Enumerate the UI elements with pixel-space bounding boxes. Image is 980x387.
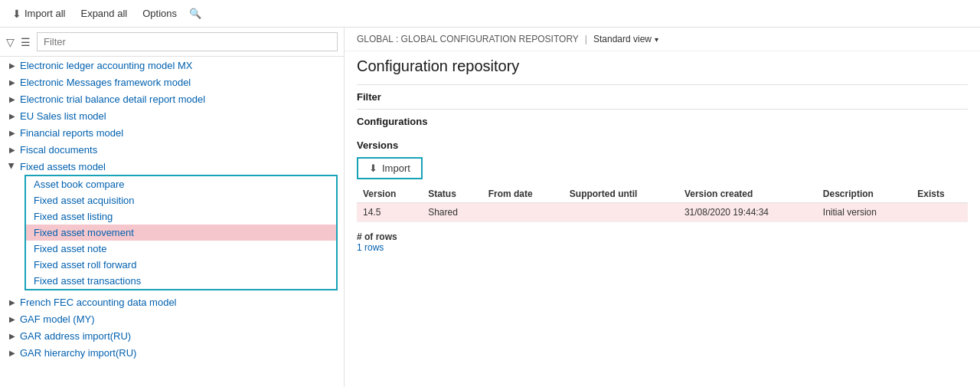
sidebar-item-fixed-asset-acquisition[interactable]: Fixed asset acquisition (26, 192, 336, 208)
filter-input[interactable] (37, 32, 338, 51)
sidebar-item-label: Fixed asset movement (32, 227, 134, 238)
cell-supported-until (564, 203, 678, 222)
chevron-icon: ▶ (6, 346, 18, 359)
sidebar-item-fiscal-documents[interactable]: ▶ Fiscal documents (0, 141, 344, 158)
sidebar-item-fixed-asset-movement[interactable]: Fixed asset movement (26, 225, 336, 241)
toolbar: ⬇ Import all Expand all Options 🔍 (0, 0, 980, 28)
sidebar-item-electronic-messages[interactable]: ▶ Electronic Messages framework model (0, 74, 344, 90)
chevron-icon: ▶ (6, 160, 18, 172)
chevron-icon: ▶ (6, 76, 18, 88)
cell-description: Initial version (817, 203, 911, 222)
sidebar-item-label: French FEC accounting data model (18, 297, 177, 308)
sidebar-item-electronic-trial[interactable]: ▶ Electronic trial balance detail report… (0, 90, 344, 107)
sidebar-item-fixed-asset-roll-forward[interactable]: Fixed asset roll forward (26, 257, 336, 273)
sidebar-item-gar-hierarchy[interactable]: ▶ GAR hierarchy import(RU) (0, 344, 344, 361)
versions-header: Versions (357, 133, 968, 157)
col-from-date: From date (482, 185, 564, 203)
chevron-icon: ▶ (6, 296, 18, 308)
view-label: Standard view (593, 34, 652, 44)
col-version: Version (357, 185, 422, 203)
col-description: Description (817, 185, 911, 203)
sidebar: ▽ ☰ ▶ Electronic ledger accounting model… (0, 28, 345, 387)
chevron-icon: ▶ (6, 330, 18, 342)
breadcrumb: GLOBAL : GLOBAL CONFIGURATION REPOSITORY… (345, 28, 980, 51)
sidebar-item-label: Fixed assets model (18, 161, 106, 172)
sidebar-item-label: Electronic trial balance detail report m… (18, 93, 205, 105)
menu-icon[interactable]: ☰ (21, 36, 31, 48)
import-all-button[interactable]: ⬇ Import all (6, 5, 71, 23)
options-label: Options (142, 8, 177, 19)
sidebar-item-asset-book-compare[interactable]: Asset book compare (26, 176, 336, 192)
chevron-icon: ▶ (6, 313, 18, 325)
sidebar-item-eu-sales[interactable]: ▶ EU Sales list model (0, 107, 344, 124)
cell-status: Shared (422, 203, 482, 222)
chevron-icon: ▶ (6, 143, 18, 156)
breadcrumb-global: GLOBAL : GLOBAL CONFIGURATION REPOSITORY (357, 34, 579, 44)
rows-section: # of rows 1 rows (345, 222, 980, 256)
cell-from-date (482, 203, 564, 222)
configurations-section-header[interactable]: Configurations (357, 110, 968, 133)
sidebar-item-gar-address[interactable]: ▶ GAR address import(RU) (0, 327, 344, 344)
import-button[interactable]: ⬇ Import (357, 157, 423, 179)
chevron-icon: ▶ (6, 59, 18, 71)
fixed-assets-children: Asset book compare Fixed asset acquisiti… (24, 175, 338, 290)
sidebar-item-label: Fixed asset listing (32, 211, 113, 222)
sidebar-item-label: Fixed asset roll forward (32, 259, 136, 271)
configurations-section: Configurations (357, 109, 968, 133)
table-header-row: Version Status From date Supported until… (357, 185, 968, 203)
sidebar-item-label: Financial reports model (18, 127, 123, 139)
rows-label: # of rows (357, 231, 968, 242)
sidebar-item-fixed-asset-listing[interactable]: Fixed asset listing (26, 208, 336, 225)
chevron-down-icon: ▾ (655, 35, 658, 44)
sidebar-top: ▽ ☰ (0, 28, 344, 57)
sidebar-item-label: GAR address import(RU) (18, 330, 131, 342)
right-panel: GLOBAL : GLOBAL CONFIGURATION REPOSITORY… (345, 28, 980, 387)
import-button-label: Import (382, 162, 410, 174)
expand-all-label: Expand all (80, 8, 127, 19)
filter-icon[interactable]: ▽ (6, 36, 15, 48)
filter-section: Filter (357, 84, 968, 109)
page-title: Configuration repository (345, 51, 980, 84)
chevron-icon: ▶ (6, 110, 18, 122)
rows-count: 1 rows (357, 242, 968, 253)
sidebar-item-label: Electronic Messages framework model (18, 77, 191, 88)
sidebar-item-label: EU Sales list model (18, 110, 106, 122)
sidebar-item-french-fec[interactable]: ▶ French FEC accounting data model (0, 294, 344, 310)
versions-section: Versions ⬇ Import Version Status From da… (357, 133, 968, 222)
versions-table: Version Status From date Supported until… (357, 185, 968, 222)
sidebar-item-fixed-assets-model[interactable]: ▶ Fixed assets model (0, 158, 344, 175)
sidebar-item-gaf-model[interactable]: ▶ GAF model (MY) (0, 310, 344, 327)
col-status: Status (422, 185, 482, 203)
cell-version: 14.5 (357, 203, 422, 222)
sidebar-item-label: Fixed asset note (32, 243, 106, 254)
table-row[interactable]: 14.5 Shared 31/08/2020 19:44:34 Initial … (357, 203, 968, 222)
col-exists: Exists (911, 185, 968, 203)
sidebar-item-label: Fixed asset transactions (32, 275, 141, 287)
col-version-created: Version created (678, 185, 817, 203)
chevron-icon: ▶ (6, 126, 18, 139)
sidebar-item-fixed-asset-note[interactable]: Fixed asset note (26, 241, 336, 257)
cell-version-created: 31/08/2020 19:44:34 (678, 203, 817, 222)
sidebar-item-label: Fixed asset acquisition (32, 195, 135, 206)
sidebar-item-label: Asset book compare (32, 179, 125, 190)
sidebar-item-label: Electronic ledger accounting model MX (18, 60, 192, 71)
filter-section-header[interactable]: Filter (357, 85, 968, 109)
sidebar-item-label: Fiscal documents (18, 144, 97, 156)
view-selector[interactable]: Standard view ▾ (593, 34, 658, 44)
sidebar-list: ▶ Electronic ledger accounting model MX … (0, 57, 344, 387)
import-icon: ⬇ (12, 8, 21, 20)
chevron-icon: ▶ (6, 93, 18, 105)
sidebar-item-label: GAF model (MY) (18, 313, 95, 325)
sidebar-item-label: GAR hierarchy import(RU) (18, 347, 136, 359)
import-all-label: Import all (24, 8, 65, 19)
expand-all-button[interactable]: Expand all (74, 5, 133, 22)
options-button[interactable]: Options (136, 5, 183, 22)
sidebar-item-electronic-ledger[interactable]: ▶ Electronic ledger accounting model MX (0, 57, 344, 74)
sidebar-item-fixed-asset-transactions[interactable]: Fixed asset transactions (26, 273, 336, 289)
import-icon: ⬇ (369, 162, 377, 174)
search-icon[interactable]: 🔍 (186, 5, 204, 22)
main-layout: ▽ ☰ ▶ Electronic ledger accounting model… (0, 28, 980, 387)
breadcrumb-separator: | (585, 34, 587, 44)
col-supported-until: Supported until (564, 185, 678, 203)
sidebar-item-financial-reports[interactable]: ▶ Financial reports model (0, 124, 344, 141)
